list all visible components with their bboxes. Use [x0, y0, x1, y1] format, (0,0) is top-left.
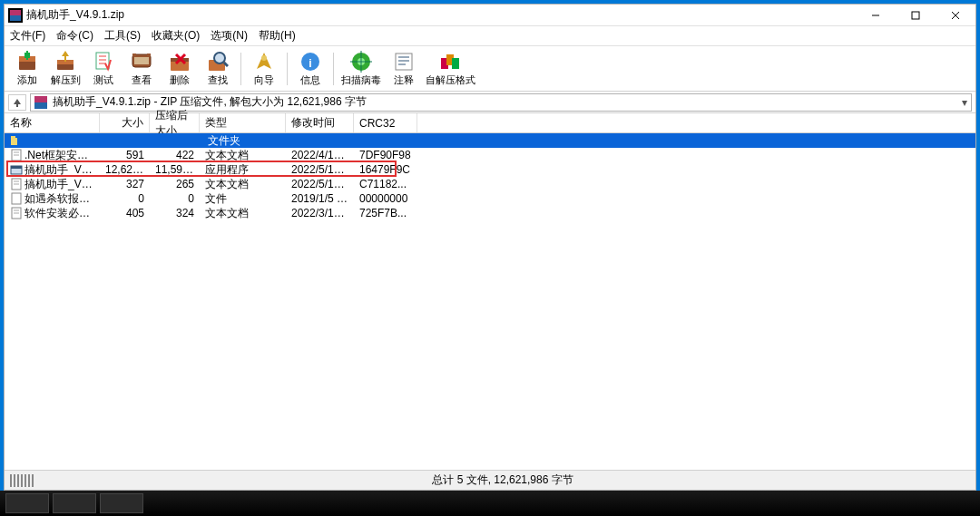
test-icon	[93, 51, 114, 73]
sfx-icon	[439, 51, 461, 73]
text-file-icon	[10, 149, 23, 161]
add-icon	[16, 51, 38, 73]
app-icon	[8, 8, 23, 23]
svg-rect-41	[452, 58, 459, 69]
text-file-icon	[10, 207, 23, 219]
header-name[interactable]: 名称	[5, 113, 100, 132]
parent-folder-row[interactable]: 文件夹	[5, 133, 975, 148]
menu-bar: 文件(F) 命令(C) 工具(S) 收藏夹(O) 选项(N) 帮助(H)	[5, 26, 975, 46]
find-button[interactable]: 查找	[199, 48, 237, 90]
dropdown-icon[interactable]: ▾	[962, 96, 967, 109]
menu-help[interactable]: 帮助(H)	[259, 28, 296, 44]
archive-icon	[34, 96, 47, 109]
delete-button[interactable]: 删除	[161, 48, 199, 90]
file-icon	[10, 192, 23, 205]
view-icon	[131, 51, 152, 73]
toolbar: 添加 解压到 测试 查看 删除 查找 向导 i 信息	[5, 46, 975, 92]
extract-button[interactable]: 解压到	[46, 48, 84, 90]
file-row[interactable]: .Net框架安装器.... 591 422 文本文档 2022/4/11 22.…	[5, 148, 975, 162]
svg-rect-44	[11, 138, 17, 145]
svg-rect-35	[396, 54, 412, 70]
column-headers: 名称 大小 压缩后大小 类型 修改时间 CRC32	[5, 113, 975, 133]
svg-rect-19	[132, 54, 136, 56]
svg-rect-2	[10, 15, 21, 21]
info-button[interactable]: i 信息	[291, 48, 329, 90]
svg-rect-54	[12, 193, 21, 204]
taskbar[interactable]	[0, 491, 980, 516]
svg-rect-50	[11, 166, 22, 169]
toolbar-separator	[240, 53, 241, 85]
svg-point-26	[214, 53, 225, 63]
header-crc[interactable]: CRC32	[354, 113, 417, 132]
taskbar-item[interactable]	[100, 493, 143, 513]
wizard-button[interactable]: 向导	[245, 48, 283, 90]
wizard-icon	[253, 51, 275, 73]
delete-icon	[169, 51, 191, 73]
menu-tools[interactable]: 工具(S)	[104, 28, 141, 44]
comment-icon	[393, 51, 415, 73]
minimize-button[interactable]	[856, 5, 896, 26]
header-packed[interactable]: 压缩后大小	[150, 113, 200, 132]
menu-file[interactable]: 文件(F)	[10, 28, 45, 44]
taskbar-item[interactable]	[5, 493, 49, 513]
status-grip	[10, 474, 35, 487]
path-bar: 搞机助手_V4.9.1.zip - ZIP 压缩文件, 解包大小为 12,621…	[5, 92, 975, 113]
scan-icon	[350, 51, 372, 73]
window-title: 搞机助手_V4.9.1.zip	[26, 7, 856, 23]
extract-icon	[54, 51, 76, 73]
view-button[interactable]: 查看	[122, 48, 161, 90]
svg-rect-10	[26, 51, 28, 60]
exe-file-icon	[10, 163, 23, 176]
svg-rect-4	[912, 12, 919, 19]
title-bar[interactable]: 搞机助手_V4.9.1.zip	[5, 5, 975, 26]
folder-up-icon	[10, 134, 17, 147]
maximize-button[interactable]	[896, 5, 936, 26]
svg-rect-18	[134, 57, 149, 64]
menu-options[interactable]: 选项(N)	[211, 28, 248, 44]
file-row[interactable]: 搞机助手_V4.9.... 327 265 文本文档 2022/5/10 15.…	[5, 177, 975, 191]
header-date[interactable]: 修改时间	[286, 113, 354, 132]
toolbar-separator	[333, 53, 334, 85]
test-button[interactable]: 测试	[84, 48, 122, 90]
add-button[interactable]: 添加	[8, 48, 46, 90]
toolbar-separator	[287, 53, 288, 85]
up-button[interactable]	[8, 94, 26, 111]
svg-rect-20	[147, 54, 151, 56]
svg-rect-45	[11, 136, 15, 139]
sfx-button[interactable]: 自解压格式	[423, 48, 477, 90]
find-icon	[207, 51, 229, 73]
header-size[interactable]: 大小	[100, 113, 150, 132]
close-button[interactable]	[936, 5, 975, 26]
svg-text:i: i	[309, 57, 311, 70]
menu-favorites[interactable]: 收藏夹(O)	[152, 28, 200, 44]
file-row[interactable]: 搞机助手_V4.9.... 12,620,663 11,599,293 应用程序…	[5, 162, 975, 177]
menu-commands[interactable]: 命令(C)	[56, 28, 93, 44]
taskbar-item[interactable]	[53, 493, 96, 513]
path-text: 搞机助手_V4.9.1.zip - ZIP 压缩文件, 解包大小为 12,621…	[53, 94, 367, 110]
header-type[interactable]: 类型	[200, 113, 286, 132]
file-row[interactable]: 如遇杀软报毒请... 0 0 文件 2019/1/5 8:08 00000000	[5, 191, 975, 206]
winrar-window: 搞机助手_V4.9.1.zip 文件(F) 命令(C) 工具(S) 收藏夹(O)…	[4, 4, 976, 491]
status-bar: 总计 5 文件, 12,621,986 字节	[5, 470, 975, 490]
svg-point-28	[261, 55, 267, 61]
svg-rect-43	[34, 102, 47, 109]
info-icon: i	[299, 51, 321, 73]
scan-button[interactable]: 扫描病毒	[338, 48, 385, 90]
comment-button[interactable]: 注释	[385, 48, 423, 90]
file-row[interactable]: 软件安装必读！... 405 324 文本文档 2022/3/16 17... …	[5, 206, 975, 220]
text-file-icon	[10, 178, 23, 190]
status-text: 总计 5 文件, 12,621,986 字节	[35, 472, 970, 488]
file-list[interactable]: 文件夹 .Net框架安装器.... 591 422 文本文档 2022/4/11…	[5, 133, 975, 470]
